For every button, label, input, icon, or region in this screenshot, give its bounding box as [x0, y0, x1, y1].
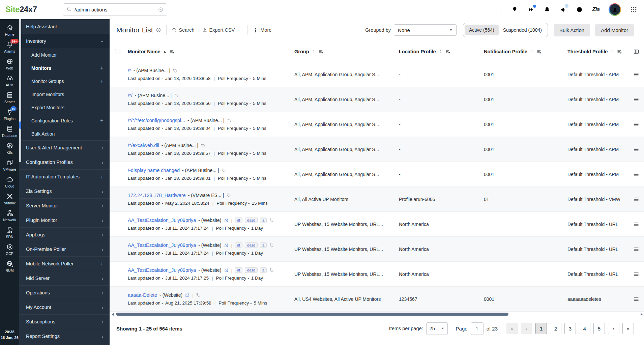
sidebar-item-it-automation-templates[interactable]: IT Automation Templates + — [19, 169, 110, 184]
tag-badge[interactable]: dasd — [245, 267, 258, 273]
tag-icon[interactable] — [174, 93, 179, 98]
grouped-by-select[interactable]: None ▼ — [394, 24, 457, 36]
page-prev-button[interactable]: ‹ — [521, 323, 532, 334]
external-link-icon[interactable] — [224, 218, 229, 223]
sidebar-item-monitors[interactable]: Monitors + — [19, 61, 110, 75]
monitor-name-link[interactable]: aaaaa-Delete — [128, 292, 157, 298]
monitor-name-link[interactable]: AA_TestEscalation_July09priya — [128, 242, 196, 248]
sidebar-scrollbar-track[interactable] — [19, 19, 21, 162]
chevron-right-icon[interactable]: › — [101, 203, 104, 209]
global-search-box[interactable] — [63, 3, 167, 16]
more-action[interactable]: ⋮More — [253, 27, 271, 34]
sort-ascending-icon[interactable]: ▲ — [163, 50, 167, 53]
monitor-name-link[interactable]: /*/*/*/etc/config/nodogspl... — [128, 118, 185, 123]
rail-item-server[interactable]: Server — [0, 91, 19, 104]
chevron-right-icon[interactable]: › — [101, 247, 104, 252]
global-search-input[interactable] — [75, 7, 155, 12]
chevron-right-icon[interactable]: › — [101, 305, 104, 310]
bell-icon[interactable] — [544, 6, 551, 13]
chevron-right-icon[interactable]: › — [101, 232, 104, 238]
sidebar-scrollbar-thumb[interactable] — [19, 121, 21, 129]
rail-item-network[interactable]: Network — [0, 209, 19, 222]
rail-item-gcp[interactable]: GCP — [0, 243, 19, 256]
monitor-name-link[interactable]: /* — [128, 68, 131, 73]
tag-icon[interactable] — [227, 118, 232, 123]
page-3-button[interactable]: 3 — [564, 323, 576, 334]
tag-badge[interactable]: a — [260, 218, 267, 223]
row-menu-icon[interactable] — [633, 171, 639, 177]
filter-icon[interactable] — [536, 49, 542, 54]
column-header-monitor-name[interactable]: Monitor Name — [128, 49, 160, 54]
page-1-button[interactable]: 1 — [535, 323, 547, 334]
plus-icon[interactable]: + — [100, 65, 104, 71]
plus-icon[interactable]: + — [100, 118, 104, 123]
tag-icon[interactable] — [221, 168, 226, 173]
sidebar-item-on-premise-poller[interactable]: On-Premise Poller › — [19, 242, 110, 256]
zia-icon[interactable]: Zia — [592, 6, 599, 13]
chevron-right-icon[interactable]: › — [101, 334, 104, 339]
column-header-notification-profile[interactable]: Notification Profile — [484, 49, 527, 54]
page-first-button[interactable]: « — [506, 323, 518, 334]
add-monitor-button[interactable]: Add Monitor — [595, 24, 634, 36]
tag-icon[interactable] — [269, 218, 274, 223]
column-header-location-profile[interactable]: Location Profile — [399, 49, 436, 54]
row-menu-icon[interactable] — [633, 146, 639, 152]
tag-icon[interactable] — [226, 193, 231, 198]
external-link-icon[interactable] — [224, 243, 229, 248]
tag-badge[interactable]: dasd — [245, 218, 258, 223]
sidebar-item-report-settings[interactable]: Report Settings › — [19, 329, 110, 343]
chevron-right-icon[interactable]: › — [101, 276, 104, 281]
chevron-right-icon[interactable]: › — [101, 160, 104, 165]
rail-item-database[interactable]: Database — [0, 125, 19, 138]
sidebar-item-bulk-action[interactable]: Bulk Action — [19, 127, 110, 140]
sidebar-item-monitor-groups[interactable]: Monitor Groups + — [19, 75, 110, 88]
tag-badge[interactable]: dasd — [245, 242, 258, 248]
sidebar-item-import-monitors[interactable]: Import Monitors — [19, 88, 110, 101]
tag-badge[interactable]: df — [235, 242, 242, 248]
row-menu-icon[interactable] — [633, 71, 639, 78]
sidebar-item-configuration-profiles[interactable]: Configuration Profiles › — [19, 155, 110, 169]
sidebar-item-user-alert-management[interactable]: User & Alert Management › — [19, 140, 110, 155]
sidebar-item-plugin-monitor[interactable]: Plugin Monitor › — [19, 213, 110, 227]
sidebar-item-subscriptions[interactable]: Subscriptions › — [19, 314, 110, 329]
rail-item-nutanix[interactable]: Nutanix — [0, 193, 19, 205]
column-header-group[interactable]: Group — [294, 49, 309, 54]
megaphone-icon[interactable] — [560, 6, 567, 13]
sort-icon[interactable] — [530, 49, 534, 54]
tag-badge[interactable]: a — [260, 242, 267, 248]
select-all-checkbox[interactable] — [115, 49, 120, 54]
plus-icon[interactable]: + — [100, 174, 104, 180]
export-csv-action[interactable]: Export CSV — [202, 27, 235, 33]
row-menu-icon[interactable] — [633, 196, 639, 202]
sidebar-item-server-monitor[interactable]: Server Monitor › — [19, 198, 110, 213]
filter-icon[interactable] — [445, 49, 450, 54]
sidebar-item-configuration-rules[interactable]: Configuration Rules + — [19, 114, 110, 127]
sort-icon[interactable] — [610, 49, 614, 54]
row-menu-icon[interactable] — [633, 296, 639, 302]
active-monitors-toggle[interactable]: Active (564) — [465, 25, 499, 35]
column-header-threshold-profile[interactable]: Threshold Profile — [567, 49, 608, 54]
rail-item-apm[interactable]: APM — [0, 75, 19, 87]
user-avatar[interactable] — [609, 3, 621, 16]
row-menu-icon[interactable] — [633, 271, 639, 277]
rail-item-alarms[interactable]: 99+ Alarms — [0, 41, 19, 53]
external-link-icon[interactable] — [224, 268, 229, 273]
apps-grid-icon[interactable] — [630, 6, 637, 13]
row-menu-icon[interactable] — [633, 246, 639, 252]
monitor-name-link[interactable]: AA_TestEscalation_July09priya — [128, 218, 196, 223]
sort-icon[interactable] — [312, 49, 316, 54]
scroll-left-arrow[interactable] — [112, 313, 114, 316]
sidebar-item-mobile-network-poller[interactable]: Mobile Network Poller + — [19, 256, 110, 271]
page-4-button[interactable]: 4 — [579, 323, 590, 334]
page-2-button[interactable]: 2 — [550, 323, 561, 334]
tag-badge[interactable]: df — [235, 218, 242, 223]
tag-icon[interactable] — [196, 293, 201, 298]
sidebar-item-my-account[interactable]: My Account › — [19, 300, 110, 314]
chevron-right-icon[interactable]: › — [101, 290, 104, 296]
monitor-name-link[interactable]: AA_TestEscalation_July09priya — [128, 267, 196, 273]
plus-icon[interactable]: + — [100, 78, 104, 84]
sidebar-item-operations[interactable]: Operations › — [19, 285, 110, 300]
sidebar-item-applogs[interactable]: AppLogs › — [19, 227, 110, 242]
row-menu-icon[interactable] — [633, 121, 639, 127]
fast-forward-icon[interactable] — [527, 6, 534, 13]
